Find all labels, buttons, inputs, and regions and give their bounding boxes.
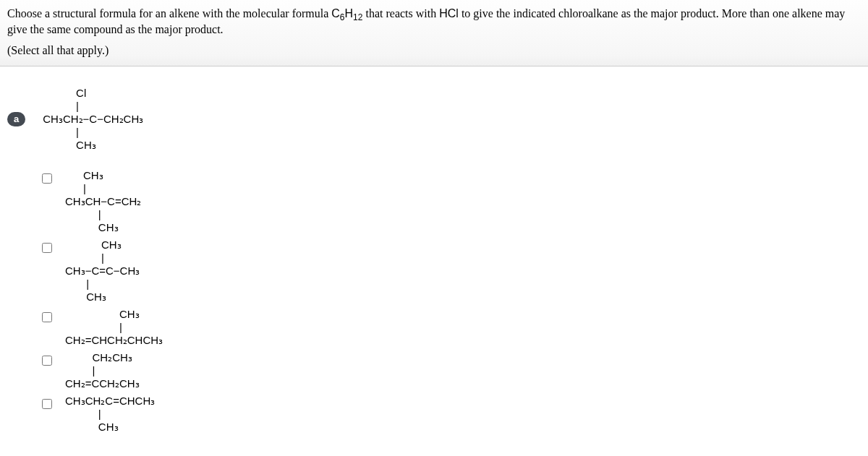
option-4-structure: CH₂CH₃ | CH₂=CCH₂CH₃ — [65, 351, 140, 390]
option-3-structure: CH₃ | CH₂=CHCH₂CHCH₃ — [65, 308, 163, 347]
option-2: CH₃ | CH₃−C=C−CH₃ | CH₃ — [42, 238, 861, 304]
option-1: CH₃ | CH₃CH−C=CH₂ | CH₃ — [42, 169, 861, 234]
option-2-structure: CH₃ | CH₃−C=C−CH₃ | CH₃ — [65, 238, 140, 304]
reagent: HCl — [439, 7, 459, 20]
product-l5: CH₃ — [43, 139, 96, 151]
question-text: Choose a structural formula for an alken… — [7, 6, 861, 38]
content: a Cl | CH₃CH₂−C−CH₂CH₃ | CH₃ CH₃ | CH₃CH… — [0, 66, 868, 445]
o4l2: CH₂=CCH₂CH₃ — [65, 377, 140, 390]
o2l0: CH₃ — [65, 238, 122, 251]
option-1-checkbox[interactable] — [42, 173, 52, 184]
o1l0: CH₃ — [65, 169, 103, 181]
question-header: Choose a structural formula for an alken… — [0, 0, 868, 66]
o3l2: CH₂=CHCH₂CHCH₃ — [65, 334, 163, 346]
product-l3: CH₃CH₂−C−CH₂CH₃ — [43, 113, 143, 125]
product-structure: Cl | CH₃CH₂−C−CH₂CH₃ | CH₃ — [43, 87, 143, 152]
formula-sub2: 12 — [353, 12, 362, 22]
option-5: CH₃CH₂C=CHCH₃ | CH₃ — [42, 395, 861, 434]
select-all-text: (Select all that apply.) — [7, 44, 861, 57]
badge-a: a — [7, 112, 25, 126]
option-5-structure: CH₃CH₂C=CHCH₃ | CH₃ — [65, 395, 155, 434]
option-5-checkbox[interactable] — [42, 399, 52, 409]
o1l1: | — [65, 182, 86, 194]
o3l0: CH₃ — [65, 308, 140, 320]
o2l1: | — [65, 251, 104, 264]
product-l4: | — [43, 126, 79, 138]
option-3-checkbox[interactable] — [42, 312, 52, 322]
o2l4: CH₃ — [65, 291, 106, 303]
o1l2: CH₃CH−C=CH₂ — [65, 195, 141, 207]
o5l2: CH₃ — [65, 421, 119, 433]
option-2-checkbox[interactable] — [42, 243, 52, 253]
o5l0: CH₃CH₂C=CHCH₃ — [65, 395, 155, 407]
option-4-checkbox[interactable] — [42, 356, 52, 366]
formula-sub1: 6 — [340, 12, 345, 22]
product-l1: Cl — [43, 87, 86, 99]
option-3: CH₃ | CH₂=CHCH₂CHCH₃ — [42, 308, 861, 347]
o5l1: | — [65, 408, 101, 420]
q-part-mid: that reacts with — [362, 7, 439, 20]
o3l1: | — [65, 321, 122, 333]
option-4: CH₂CH₃ | CH₂=CCH₂CH₃ — [42, 351, 861, 390]
product-l2: | — [43, 100, 79, 112]
formula-h: H — [345, 7, 354, 20]
o4l1: | — [65, 364, 95, 377]
o1l4: CH₃ — [65, 221, 119, 233]
option-1-structure: CH₃ | CH₃CH−C=CH₂ | CH₃ — [65, 169, 141, 234]
product-block: a Cl | CH₃CH₂−C−CH₂CH₃ | CH₃ — [7, 87, 861, 152]
q-part-1: Choose a structural formula for an alken… — [7, 7, 331, 20]
formula-c: C — [331, 7, 340, 20]
o2l2: CH₃−C=C−CH₃ — [65, 264, 140, 277]
o1l3: | — [65, 208, 101, 220]
o4l0: CH₂CH₃ — [65, 351, 132, 363]
o2l3: | — [65, 278, 89, 290]
